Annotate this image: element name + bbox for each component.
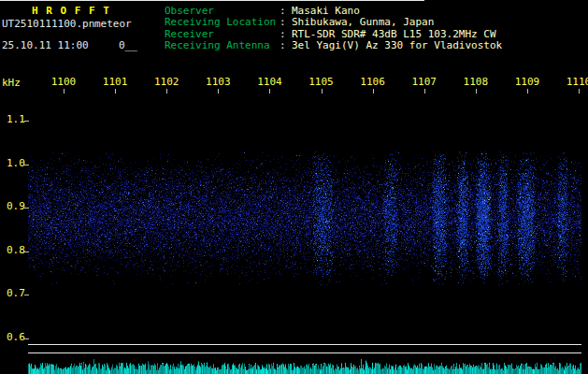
info-separator: : bbox=[280, 17, 292, 28]
info-value: Masaki Kano bbox=[292, 5, 360, 17]
signal-level-trace-canvas bbox=[28, 356, 581, 374]
header-separator-line bbox=[0, 0, 424, 1]
spectrogram-canvas bbox=[28, 94, 581, 344]
x-tick-label: 1101 bbox=[103, 77, 128, 88]
info-separator: : bbox=[280, 29, 292, 40]
y-tick-label: 0.9 bbox=[7, 201, 25, 212]
info-value: Shibukawa, Gunma, Japan bbox=[292, 16, 434, 28]
info-label: Receiving Antenna bbox=[165, 40, 280, 51]
x-tick-label: 1110 bbox=[566, 77, 588, 88]
bottom-reference-line-upper bbox=[28, 344, 581, 345]
info-label: Observer bbox=[165, 6, 280, 17]
x-tick-label: 1108 bbox=[464, 77, 489, 88]
info-label: Receiver bbox=[165, 29, 280, 40]
x-tick-label: 1105 bbox=[308, 77, 334, 88]
x-tick-label: 1109 bbox=[515, 77, 540, 88]
x-tick-label: 1103 bbox=[206, 77, 231, 88]
y-axis: kHz 1.11.00.90.80.70.6 bbox=[0, 0, 30, 374]
x-tick-label: 1107 bbox=[411, 77, 437, 88]
x-tick-label: 1104 bbox=[257, 77, 282, 88]
bottom-reference-line-lower bbox=[28, 352, 581, 353]
info-value: 3el Yagi(V) Az 330 for Vladivostok bbox=[292, 39, 502, 51]
x-tick-label: 1100 bbox=[51, 77, 77, 88]
x-tick-label: 1102 bbox=[154, 77, 179, 88]
info-separator: : bbox=[280, 40, 292, 51]
info-label: Receiving Location bbox=[165, 17, 280, 28]
info-value: RTL-SDR SDR# 43dB L15 103.2MHz CW bbox=[292, 28, 496, 40]
hrofft-screen: H R O F F T UT2510111100.pngmeteor 25.10… bbox=[0, 0, 588, 374]
app-title: H R O F F T bbox=[32, 6, 110, 17]
y-tick-label: 1.1 bbox=[7, 114, 25, 125]
mode-tag: meteor bbox=[94, 18, 132, 30]
echo-count: 0__ bbox=[119, 40, 137, 51]
x-axis: 1100110111021103110411051106110711081109… bbox=[0, 77, 588, 95]
y-tick-label: 0.7 bbox=[7, 288, 25, 299]
y-tick-label: 0.6 bbox=[7, 332, 25, 343]
x-tick-label: 1106 bbox=[360, 77, 385, 88]
y-tick-label: 1.0 bbox=[7, 158, 25, 169]
y-axis-unit: kHz bbox=[2, 78, 21, 89]
info-separator: : bbox=[280, 6, 292, 17]
station-info: Observer:Masaki Kano Receiving Location:… bbox=[165, 6, 502, 52]
station-info-row: Receiving Antenna:3el Yagi(V) Az 330 for… bbox=[165, 40, 502, 51]
y-tick-label: 0.8 bbox=[7, 245, 25, 256]
